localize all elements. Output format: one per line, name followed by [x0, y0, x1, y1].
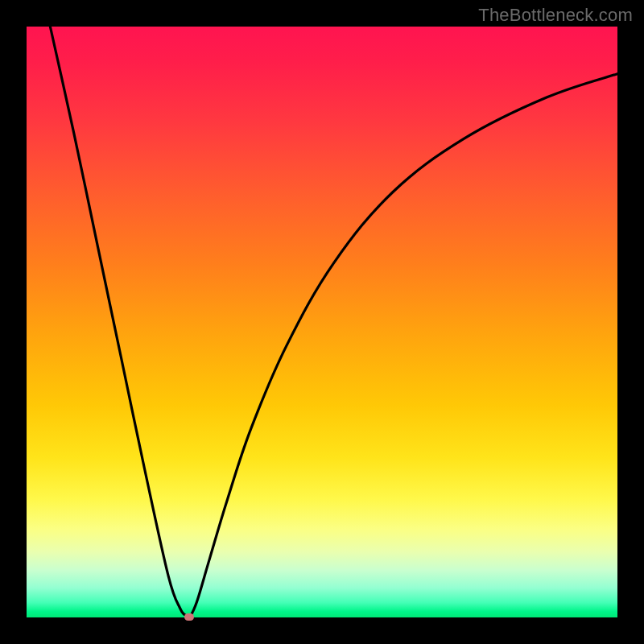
minimum-marker: [184, 613, 194, 621]
plot-area: [27, 27, 617, 617]
attribution-text: TheBottleneck.com: [478, 5, 633, 26]
chart-frame: TheBottleneck.com: [0, 0, 644, 644]
curve-svg: [27, 27, 617, 617]
bottleneck-curve: [27, 0, 617, 617]
